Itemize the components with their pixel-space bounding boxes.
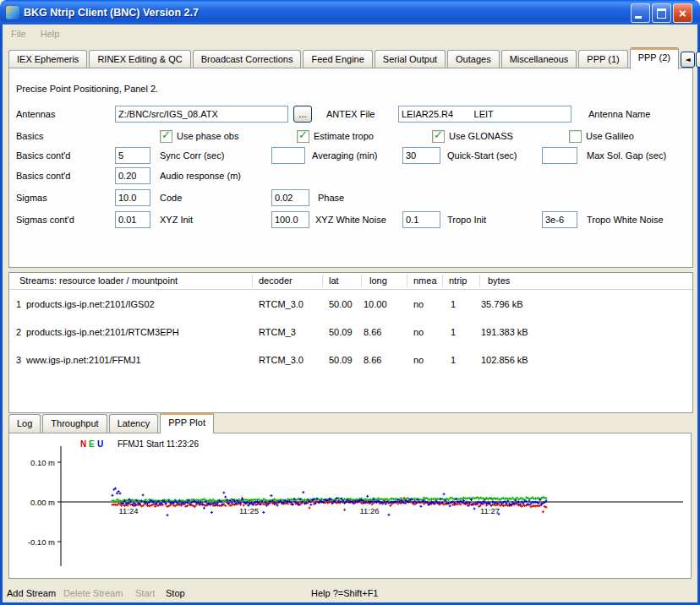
audio-response-input[interactable] (115, 167, 150, 184)
sigma-code-input[interactable] (115, 189, 150, 206)
sync-corr-input[interactable] (115, 147, 150, 164)
menu-file[interactable]: File (9, 27, 28, 41)
start-button[interactable]: Start (135, 586, 155, 600)
sigma-phase-label: Phase (318, 189, 344, 206)
antex-file-input[interactable] (115, 106, 288, 123)
cell-nmea: no (413, 319, 424, 346)
checkbox-icon (160, 130, 172, 143)
basics3-row-label: Basics cont'd (16, 167, 70, 184)
ppp-plot-panel: 0.10 m0.00 m-0.10 m11:2411:2511:2611:27N… (8, 433, 692, 579)
tab-log[interactable]: Log (8, 414, 41, 433)
add-stream-button[interactable]: Add Stream (7, 586, 56, 600)
row-number: 2 (16, 319, 21, 346)
table-row[interactable]: 1 products.igs-ip.net:2101/IGS02 RTCM_3.… (9, 291, 692, 319)
antenna-name-input[interactable] (398, 106, 571, 123)
checkbox-icon (297, 130, 309, 143)
cell-ntrip: 1 (451, 346, 456, 374)
minimize-icon (635, 16, 642, 19)
sigma-phase-input[interactable] (271, 189, 309, 206)
svg-text:FFMJ1 Start 11:23:26: FFMJ1 Start 11:23:26 (118, 439, 199, 449)
main-tab-bar: IEX Ephemeris RINEX Editing & QC Broadca… (8, 48, 692, 68)
cell-lat: 50.09 (329, 346, 353, 374)
cell-long: 8.66 (364, 319, 381, 346)
tab-broadcast-corrections[interactable]: Broadcast Corrections (193, 50, 302, 68)
svg-text:-0.10 m: -0.10 m (28, 537, 55, 547)
quick-start-label: Quick-Start (sec) (447, 147, 517, 164)
cell-long: 8.66 (364, 346, 381, 374)
menu-help[interactable]: Help (39, 27, 62, 41)
audio-response-label: Audio response (m) (160, 167, 241, 184)
window-frame-left (0, 25, 3, 605)
ppp-plot-canvas: 0.10 m0.00 m-0.10 m11:2411:2511:2611:27N… (9, 433, 691, 578)
tab-miscellaneous[interactable]: Miscellaneous (501, 50, 577, 68)
max-sol-gap-input[interactable] (542, 147, 577, 164)
averaging-input[interactable] (271, 147, 305, 164)
cell-ntrip: 1 (451, 319, 456, 346)
use-galileo-label: Use Galileo (586, 131, 634, 141)
tab-feed-engine[interactable]: Feed Engine (303, 50, 372, 68)
cell-lat: 50.09 (329, 319, 353, 346)
tab-iex-ephemeris[interactable]: IEX Ephemeris (8, 50, 87, 68)
header-bytes: bytes (488, 273, 510, 289)
svg-text:11:27: 11:27 (480, 506, 500, 515)
tab-throughput[interactable]: Throughput (42, 414, 107, 433)
header-lat: lat (329, 273, 339, 289)
delete-stream-button[interactable]: Delete Stream (63, 586, 123, 600)
tropo-white-noise-input[interactable] (542, 211, 577, 228)
averaging-label: Averaging (min) (312, 147, 377, 164)
tab-latency[interactable]: Latency (109, 414, 159, 433)
xyz-white-noise-input[interactable] (271, 211, 309, 228)
tropo-white-noise-label: Tropo White Noise (587, 211, 664, 228)
svg-text:E: E (89, 439, 95, 449)
status-bar: Add Stream Delete Stream Start Stop Help… (0, 585, 700, 602)
xyz-init-input[interactable] (115, 211, 150, 228)
svg-text:N: N (80, 439, 86, 449)
tab-ppp-2[interactable]: PPP (2) (630, 47, 679, 69)
cell-ntrip: 1 (451, 291, 456, 319)
header-nmea: nmea (413, 273, 437, 289)
tab-ppp-plot[interactable]: PPP Plot (160, 412, 214, 433)
cell-bytes: 102.856 kB (481, 346, 528, 374)
titlebar[interactable]: BKG Ntrip Client (BNC) Version 2.7 × (0, 0, 700, 25)
tab-scroll-left-icon[interactable]: ◄ (681, 52, 695, 68)
header-ntrip: ntrip (449, 273, 467, 289)
antenna-name-label: Antenna Name (588, 106, 650, 123)
tab-scroll-right-icon[interactable]: ► (696, 52, 700, 68)
stop-button[interactable]: Stop (166, 586, 185, 600)
cell-decoder: RTCM_3 (259, 319, 296, 346)
cell-decoder: RTCM_3.0 (259, 346, 304, 374)
svg-text:0.00 m: 0.00 m (30, 498, 55, 507)
tab-outages[interactable]: Outages (447, 50, 500, 68)
tropo-init-input[interactable] (402, 211, 440, 228)
svg-text:U: U (97, 439, 103, 449)
estimate-tropo-checkbox[interactable]: Estimate tropo (297, 128, 374, 144)
cell-long: 10.00 (364, 291, 387, 319)
tab-serial-output[interactable]: Serial Output (375, 50, 446, 68)
use-glonass-checkbox[interactable]: Use GLONASS (432, 128, 513, 144)
tab-rinex-editing-qc[interactable]: RINEX Editing & QC (89, 50, 190, 68)
max-sol-gap-label: Max Sol. Gap (sec) (587, 147, 666, 164)
maximize-icon (657, 8, 666, 19)
browse-button[interactable]: ... (293, 106, 312, 123)
table-row[interactable]: 2 products.igs-ip.net:2101/RTCM3EPH RTCM… (9, 319, 692, 346)
use-galileo-checkbox[interactable]: Use Galileo (569, 128, 634, 144)
panel-caption: Precise Point Positioning, Panel 2. (16, 80, 158, 97)
table-row[interactable]: 3 www.igs-ip.net:2101/FFMJ1 RTCM_3.0 50.… (9, 346, 692, 374)
tab-ppp-1[interactable]: PPP (1) (578, 50, 627, 68)
header-decoder: decoder (259, 273, 293, 289)
close-button[interactable]: × (673, 3, 692, 23)
antennas-row-label: Antennas (16, 106, 55, 123)
use-phase-obs-label: Use phase obs (177, 131, 238, 141)
cell-nmea: no (413, 291, 424, 319)
basics-row-label: Basics (16, 128, 43, 144)
sigma-code-label: Code (160, 189, 182, 206)
svg-text:11:25: 11:25 (239, 506, 259, 515)
quick-start-input[interactable] (402, 147, 440, 164)
use-phase-obs-checkbox[interactable]: Use phase obs (160, 128, 238, 144)
window-title: BKG Ntrip Client (BNC) Version 2.7 (24, 7, 199, 19)
minimize-button[interactable] (631, 3, 650, 23)
menubar: File Help (3, 25, 697, 43)
maximize-button[interactable] (652, 3, 671, 23)
app-icon (6, 6, 19, 19)
streams-table: Streams: resource loader / mountpoint de… (8, 272, 693, 413)
